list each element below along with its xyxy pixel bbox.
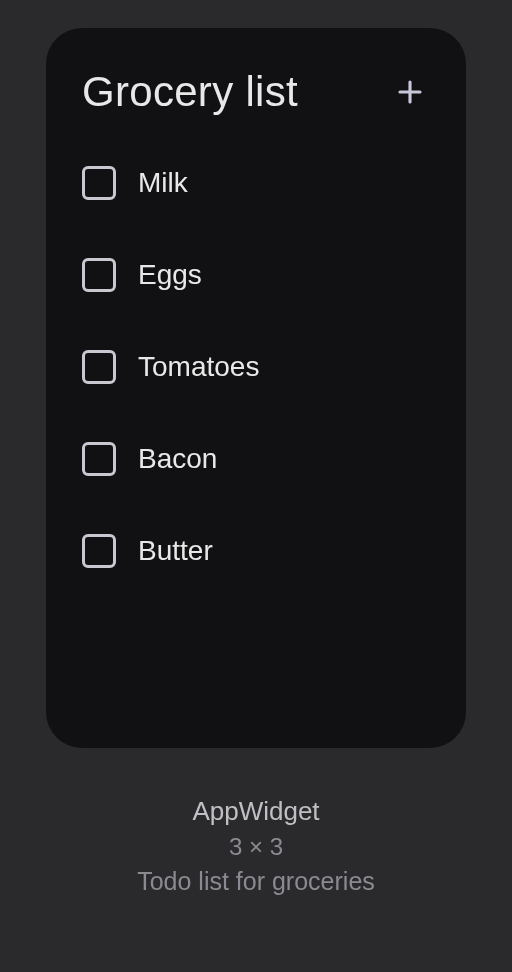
list-items-container: Milk Eggs Tomatoes Bacon Butter	[82, 166, 430, 568]
item-label: Milk	[138, 167, 188, 199]
widget-info: AppWidget 3 × 3 Todo list for groceries	[137, 796, 375, 896]
add-button[interactable]	[390, 72, 430, 112]
item-label: Tomatoes	[138, 351, 259, 383]
item-label: Eggs	[138, 259, 202, 291]
list-item[interactable]: Bacon	[82, 442, 430, 476]
checkbox[interactable]	[82, 258, 116, 292]
checkbox[interactable]	[82, 442, 116, 476]
info-title: AppWidget	[192, 796, 319, 827]
list-item[interactable]: Milk	[82, 166, 430, 200]
widget-header: Grocery list	[82, 68, 430, 116]
list-item[interactable]: Tomatoes	[82, 350, 430, 384]
widget-card: Grocery list Milk Eggs Tomatoes Bacon B	[46, 28, 466, 748]
info-size: 3 × 3	[229, 833, 283, 861]
item-label: Butter	[138, 535, 213, 567]
checkbox[interactable]	[82, 534, 116, 568]
list-item[interactable]: Butter	[82, 534, 430, 568]
info-description: Todo list for groceries	[137, 867, 375, 896]
checkbox[interactable]	[82, 350, 116, 384]
plus-icon	[395, 77, 425, 107]
widget-title: Grocery list	[82, 68, 298, 116]
checkbox[interactable]	[82, 166, 116, 200]
item-label: Bacon	[138, 443, 217, 475]
list-item[interactable]: Eggs	[82, 258, 430, 292]
